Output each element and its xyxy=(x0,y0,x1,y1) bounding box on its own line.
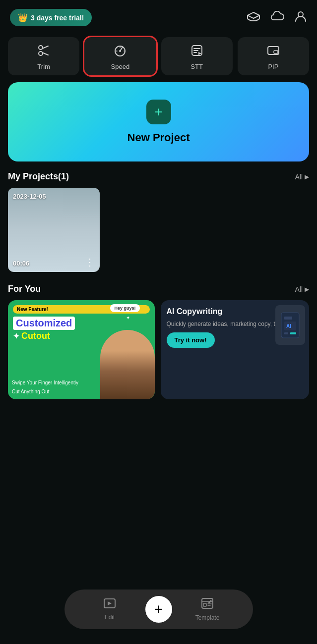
project-duration: 00:06 xyxy=(13,260,29,267)
tool-speed[interactable]: Speed xyxy=(84,37,156,75)
hat-icon[interactable] xyxy=(247,10,260,25)
new-project-banner[interactable]: + New Project xyxy=(8,82,309,161)
svg-marker-11 xyxy=(198,52,201,55)
nav-plus-icon: + xyxy=(154,602,163,617)
new-project-label: New Project xyxy=(127,131,190,144)
plus-symbol: + xyxy=(154,104,162,120)
my-projects-title: My Projects(1) xyxy=(8,171,69,182)
ai-copywriting-card[interactable]: AI AI Copywriting Quickly generate ideas… xyxy=(161,300,310,399)
stt-icon xyxy=(190,44,203,60)
chevron-right-icon: ▶ xyxy=(305,173,309,180)
nav-template[interactable]: Template xyxy=(172,597,243,621)
bottom-nav: Edit + Template xyxy=(64,590,253,629)
nav-center-button[interactable]: + xyxy=(145,596,172,623)
svg-rect-13 xyxy=(274,51,278,54)
svg-rect-17 xyxy=(284,317,292,320)
my-projects-all[interactable]: All ▶ xyxy=(295,173,309,181)
svg-rect-19 xyxy=(290,332,296,334)
tool-stt[interactable]: STT xyxy=(161,37,233,75)
speed-icon xyxy=(114,44,127,60)
header: 👑 3 days free trial! xyxy=(0,0,317,32)
pip-icon xyxy=(267,44,280,60)
new-project-plus-icon: + xyxy=(146,100,171,124)
project-card[interactable]: 2023-12-05 00:06 ⋮ xyxy=(8,188,100,272)
user-icon[interactable] xyxy=(294,10,307,26)
cloud-icon[interactable] xyxy=(270,11,284,25)
template-nav-label: Template xyxy=(195,614,220,621)
edit-nav-label: Edit xyxy=(105,614,115,621)
template-nav-icon xyxy=(201,597,214,612)
for-you-all[interactable]: All ▶ xyxy=(295,285,309,293)
svg-rect-18 xyxy=(284,332,288,334)
svg-rect-23 xyxy=(203,603,206,606)
cutout-person xyxy=(100,330,155,399)
trim-icon xyxy=(37,44,50,60)
for-you-header: For You All ▶ xyxy=(0,284,317,300)
projects-row: 2023-12-05 00:06 ⋮ xyxy=(0,188,317,284)
trial-text: 3 days free trial! xyxy=(31,14,84,22)
stt-label: STT xyxy=(190,63,203,70)
tool-trim[interactable]: Trim xyxy=(8,37,79,75)
svg-text:AI: AI xyxy=(286,323,291,329)
nav-edit[interactable]: Edit xyxy=(74,598,145,621)
crown-icon: 👑 xyxy=(18,13,28,22)
edit-nav-icon xyxy=(103,598,116,612)
chevron-right-icon-2: ▶ xyxy=(305,286,309,293)
ai-visual: AI xyxy=(275,305,305,345)
header-icons xyxy=(247,10,307,26)
cutout-card[interactable]: New Feature! ✦ ✦ Hey guys! Customized ✦ … xyxy=(8,300,155,399)
svg-point-6 xyxy=(119,50,121,52)
hey-bubble: Hey guys! xyxy=(110,304,139,312)
sparkle-icon-2: ✦ xyxy=(126,315,130,321)
project-date: 2023-12-05 xyxy=(13,193,46,200)
svg-marker-21 xyxy=(108,601,112,605)
trim-label: Trim xyxy=(37,63,50,70)
pip-label: PIP xyxy=(268,63,278,70)
my-projects-header: My Projects(1) All ▶ xyxy=(0,171,317,188)
tool-pip[interactable]: PIP xyxy=(238,37,309,75)
try-it-now-button[interactable]: Try it now! xyxy=(167,332,215,348)
tools-row: Trim Speed STT xyxy=(0,32,317,82)
speed-label: Speed xyxy=(111,63,130,70)
for-you-title: For You xyxy=(8,284,41,294)
for-you-row: New Feature! ✦ ✦ Hey guys! Customized ✦ … xyxy=(0,300,317,399)
trial-badge[interactable]: 👑 3 days free trial! xyxy=(10,9,92,26)
project-more-icon[interactable]: ⋮ xyxy=(85,256,95,268)
